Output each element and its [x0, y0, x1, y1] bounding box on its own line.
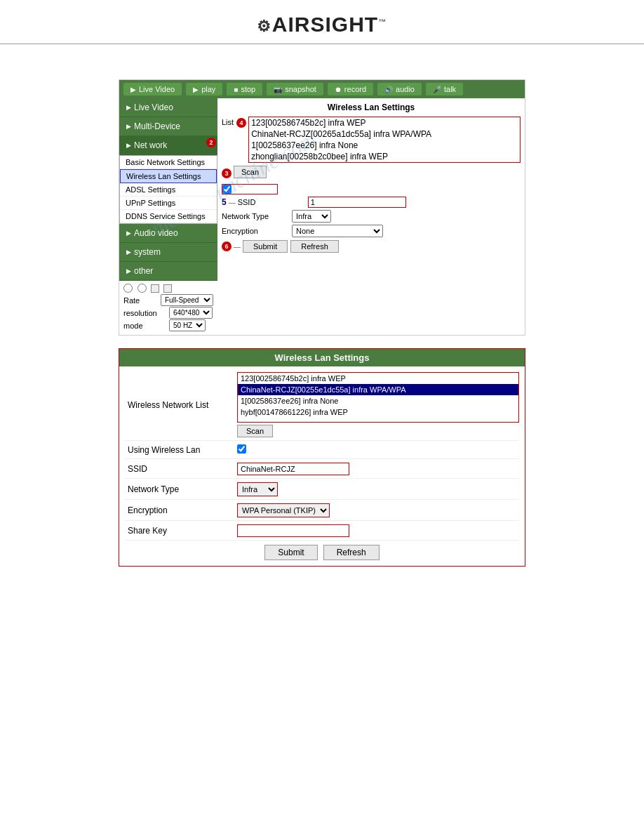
arrow-icon: ▶	[126, 104, 131, 111]
lower-net-item-1[interactable]: ChinaNet-RCJZ[00255e1dc55a] infra WPA/WP…	[238, 384, 518, 395]
upper-ssid-input[interactable]	[308, 197, 406, 208]
sidebar-bottom: Rate Full-Speed Half-Speed resolution 64…	[119, 281, 217, 335]
arrow-icon4: ▶	[126, 230, 131, 237]
sidebar: ▶ Live Video ▶ Multi-Device ▶ Net work 2…	[119, 98, 217, 335]
panel-body: ▶ Live Video ▶ Multi-Device ▶ Net work 2…	[119, 98, 525, 335]
lower-encryption-label: Encryption	[125, 505, 237, 515]
upper-encryption-row: Encryption None WEP WPA Personal (TKIP)	[222, 225, 521, 237]
upper-network-type-row: Network Type Infra Adhoc	[222, 210, 521, 223]
live-video-button[interactable]: ▶ Live Video	[123, 83, 182, 95]
lower-encryption-select[interactable]: None WEP WPA Personal (TKIP) WPA Persona…	[237, 503, 330, 517]
arrow-icon6: ▶	[126, 267, 131, 274]
talk-icon: 🎤	[433, 86, 441, 93]
network-list-row: List 4 123[002586745b2c] infra WEP China…	[222, 117, 521, 163]
lower-using-wireless-checkbox[interactable]	[237, 444, 246, 454]
sidebar-item-livevideo[interactable]: ▶ Live Video	[119, 98, 217, 117]
cam-radio-2[interactable]	[137, 284, 147, 293]
cam-grid-icon2	[163, 284, 172, 293]
play-label: play	[201, 85, 215, 93]
lower-ssid-value	[237, 463, 519, 475]
lower-net-item-2[interactable]: 1[00258637ee26] infra None	[238, 395, 518, 406]
record-button[interactable]: ⏺ record	[328, 83, 373, 95]
upper-encryption-select[interactable]: None WEP WPA Personal (TKIP)	[292, 225, 383, 237]
toolbar: ▶ Live Video ▶ play ■ stop 📷 snapshot ⏺ …	[119, 80, 525, 98]
upper-scan-button[interactable]: Scan	[234, 166, 267, 178]
upper-refresh-button[interactable]: Refresh	[290, 240, 339, 253]
snapshot-button[interactable]: 📷 snapshot	[267, 83, 323, 95]
lower-using-wireless-label: Using Wireless Lan	[125, 445, 237, 455]
menu-upnp[interactable]: UPnP Settings	[120, 197, 217, 210]
lower-wireless-list-value: 123[002586745b2c] infra WEP ChinaNet-RCJ…	[237, 372, 519, 437]
stop-icon: ■	[234, 86, 238, 93]
live-video-label: Live Video	[139, 85, 175, 93]
upper-submit-button[interactable]: Submit	[243, 240, 288, 253]
upper-using-wireless-checkbox[interactable]	[222, 185, 232, 194]
sidebar-item-system[interactable]: ▶ system	[119, 243, 217, 262]
logo: ⚙AIRSIGHT™	[257, 14, 387, 36]
sidebar-multidevice-label: Multi-Device	[134, 121, 180, 131]
upper-content-area: Wireless Lan Settings List 4 123[0025867…	[217, 98, 525, 335]
talk-button[interactable]: 🎤 talk	[426, 83, 463, 95]
lower-net-item-0[interactable]: 123[002586745b2c] infra WEP	[238, 373, 518, 384]
stop-button[interactable]: ■ stop	[227, 83, 262, 95]
upper-net-item-2[interactable]: 1[00258637ee26] infra None	[249, 140, 520, 151]
cam-grid-icon	[151, 284, 159, 293]
page-header: ⚙AIRSIGHT™	[0, 0, 644, 44]
lower-ssid-row: SSID	[125, 463, 519, 479]
lower-using-wireless-value	[237, 444, 519, 456]
menu-adsl[interactable]: ADSL Settings	[120, 183, 217, 197]
rate-label: Rate	[123, 296, 161, 305]
audio-icon: 🔊	[384, 86, 393, 93]
sidebar-item-network[interactable]: ▶ Net work 2	[119, 136, 217, 155]
lower-net-item-3[interactable]: hybf[001478661226] infra WEP	[238, 406, 518, 418]
mode-label: mode	[123, 322, 169, 330]
lower-share-key-row: Share Key	[125, 524, 519, 541]
annotation-3: 3	[222, 168, 232, 178]
upper-network-type-select[interactable]: Infra Adhoc	[292, 210, 331, 223]
audio-label: audio	[396, 85, 415, 93]
lower-refresh-button[interactable]: Refresh	[323, 545, 380, 560]
sidebar-item-other[interactable]: ▶ other	[119, 262, 217, 281]
upper-submit-row: 6 — Submit Refresh	[222, 240, 521, 253]
lower-scan-button[interactable]: Scan	[237, 425, 273, 437]
sidebar-livevideo-label: Live Video	[134, 102, 173, 112]
lower-share-key-input[interactable]	[237, 524, 349, 537]
audio-button[interactable]: 🔊 audio	[377, 83, 422, 95]
lower-encryption-row: Encryption None WEP WPA Personal (TKIP) …	[125, 503, 519, 521]
upper-net-item-0[interactable]: 123[002586745b2c] infra WEP	[249, 117, 520, 128]
sidebar-system-label: system	[134, 247, 161, 257]
record-icon: ⏺	[335, 86, 342, 93]
lower-ssid-label: SSID	[125, 464, 237, 474]
upper-ssid-label: SSID	[238, 198, 308, 206]
upper-network-type-label: Network Type	[222, 212, 292, 220]
cam-radio-1[interactable]	[123, 284, 133, 293]
upper-checkbox-row	[222, 184, 278, 194]
upper-ssid-row: 5 — SSID	[222, 197, 521, 208]
menu-ddns[interactable]: DDNS Service Settings	[120, 210, 217, 223]
sidebar-item-audiovideo[interactable]: ▶ Audio video	[119, 224, 217, 243]
play-button[interactable]: ▶ play	[186, 83, 222, 95]
lower-network-type-value: Infra Adhoc	[237, 482, 519, 496]
lower-wireless-list-label: Wireless Network List	[125, 400, 237, 410]
annotation-4: 4	[236, 118, 246, 128]
resolution-select[interactable]: 640*480 320*240	[169, 307, 213, 319]
upper-net-item-3[interactable]: zhonglian[00258b2c0bee] infra WEP	[249, 151, 520, 162]
upper-net-item-1[interactable]: ChinaNet-RCJZ[00265a1dc55a] infra WPA/WP…	[249, 128, 520, 140]
record-label: record	[344, 85, 366, 93]
upper-encryption-label: Encryption	[222, 227, 292, 235]
menu-basic-network[interactable]: Basic Network Settings	[120, 156, 217, 169]
lower-network-list: 123[002586745b2c] infra WEP ChinaNet-RCJ…	[237, 372, 519, 423]
rate-select[interactable]: Full-Speed Half-Speed	[161, 294, 213, 306]
lower-share-key-label: Share Key	[125, 526, 237, 536]
snapshot-label: snapshot	[285, 85, 316, 93]
dropdown-menu: Basic Network Settings Wireless Lan Sett…	[119, 155, 217, 224]
sidebar-item-multidevice[interactable]: ▶ Multi-Device	[119, 117, 217, 136]
menu-wireless-lan[interactable]: Wireless Lan Settings	[120, 169, 217, 183]
lower-submit-button[interactable]: Submit	[264, 545, 317, 560]
lower-wireless-title: Wireless Lan Settings	[119, 349, 525, 366]
lower-share-key-value	[237, 524, 519, 537]
lower-ssid-input[interactable]	[237, 463, 349, 475]
lower-network-type-select[interactable]: Infra Adhoc	[237, 482, 278, 496]
sidebar-network-label: Net work	[134, 140, 167, 150]
mode-select[interactable]: 50 HZ 60 HZ	[169, 319, 206, 331]
